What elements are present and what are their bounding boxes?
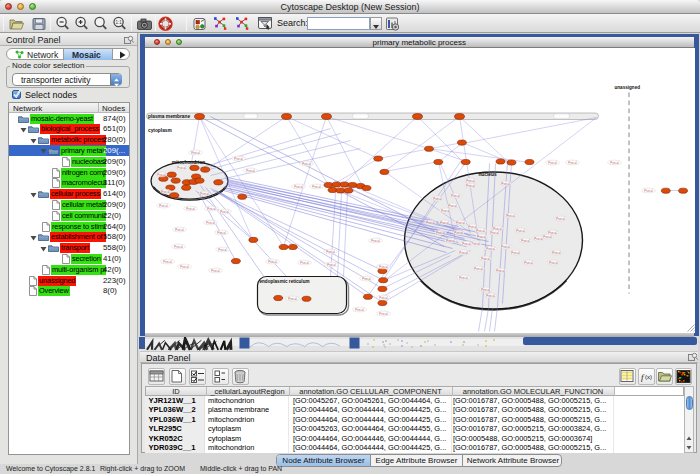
svg-text:Prot-al: Prot-al bbox=[379, 264, 388, 268]
svg-text:Prot-al: Prot-al bbox=[163, 259, 172, 263]
svg-text:Prot-al: Prot-al bbox=[446, 238, 455, 242]
svg-text:Prot-al: Prot-al bbox=[302, 161, 311, 165]
svg-text:Prot-al: Prot-al bbox=[191, 150, 200, 154]
svg-text:Prot-al: Prot-al bbox=[543, 234, 552, 238]
svg-text:Prot-al: Prot-al bbox=[459, 275, 468, 279]
svg-text:Prot-al: Prot-al bbox=[506, 213, 515, 217]
svg-text:Prot-al: Prot-al bbox=[462, 241, 471, 245]
svg-text:Prot-al: Prot-al bbox=[246, 168, 255, 172]
svg-text:plasma membrane: plasma membrane bbox=[148, 114, 190, 119]
svg-text:Prot-al: Prot-al bbox=[436, 230, 445, 234]
svg-text:Prot-al: Prot-al bbox=[174, 244, 183, 248]
svg-text:Prot-al: Prot-al bbox=[175, 227, 184, 231]
svg-text:unassigned: unassigned bbox=[614, 84, 640, 89]
svg-text:Prot-al: Prot-al bbox=[161, 189, 170, 193]
svg-text:Prot-al: Prot-al bbox=[206, 220, 215, 224]
svg-text:Prot-al: Prot-al bbox=[474, 266, 483, 270]
svg-text:Prot-al: Prot-al bbox=[433, 196, 442, 200]
svg-text:Prot-al: Prot-al bbox=[476, 228, 485, 232]
svg-text:Prot-al: Prot-al bbox=[481, 256, 490, 260]
svg-text:Prot-al: Prot-al bbox=[288, 296, 297, 300]
svg-text:Prot-al: Prot-al bbox=[362, 276, 371, 280]
svg-text:Prot-al: Prot-al bbox=[501, 181, 510, 185]
svg-text:Prot-al: Prot-al bbox=[486, 293, 495, 297]
svg-text:(x): (x) bbox=[645, 374, 652, 380]
svg-text:Prot-al: Prot-al bbox=[220, 209, 229, 213]
svg-text:Prot-al: Prot-al bbox=[186, 206, 195, 210]
svg-text:Prot-al: Prot-al bbox=[454, 230, 463, 234]
svg-text:Prot-al: Prot-al bbox=[521, 238, 530, 242]
svg-text:Prot-al: Prot-al bbox=[511, 250, 520, 254]
svg-text:Prot-al: Prot-al bbox=[440, 220, 449, 224]
svg-text:Prot-al: Prot-al bbox=[426, 220, 435, 224]
svg-text:Prot-al: Prot-al bbox=[644, 188, 653, 192]
svg-text:1:1: 1:1 bbox=[115, 20, 122, 25]
svg-text:Prot-al: Prot-al bbox=[490, 230, 499, 234]
svg-text:Prot-al: Prot-al bbox=[300, 260, 309, 264]
svg-text:cytoplasm: cytoplasm bbox=[148, 127, 172, 132]
svg-text:Prot-al: Prot-al bbox=[379, 311, 388, 315]
svg-text:Prot-al: Prot-al bbox=[496, 268, 505, 272]
svg-text:Prot-al: Prot-al bbox=[451, 193, 460, 197]
svg-text:Prot-al: Prot-al bbox=[234, 156, 243, 160]
svg-text:Prot-al: Prot-al bbox=[177, 165, 186, 169]
svg-text:Prot-al: Prot-al bbox=[441, 208, 450, 212]
svg-text:Prot-al: Prot-al bbox=[217, 230, 226, 234]
svg-text:Prot-al: Prot-al bbox=[180, 264, 189, 268]
svg-text:Prot-al: Prot-al bbox=[466, 183, 475, 187]
svg-text:Prot-al: Prot-al bbox=[556, 216, 565, 220]
svg-text:Prot-al: Prot-al bbox=[448, 203, 457, 207]
svg-text:Prot-al: Prot-al bbox=[211, 268, 220, 272]
svg-text:Prot-al: Prot-al bbox=[468, 224, 477, 228]
svg-text:endoplasmic reticulum: endoplasmic reticulum bbox=[259, 279, 309, 284]
svg-text:Prot-al: Prot-al bbox=[207, 206, 216, 210]
svg-text:Prot-al: Prot-al bbox=[501, 244, 510, 248]
svg-text:Prot-al: Prot-al bbox=[159, 203, 168, 207]
svg-text:Prot-al: Prot-al bbox=[466, 178, 475, 182]
svg-text:Prot-al: Prot-al bbox=[355, 307, 364, 311]
svg-text:Prot-al: Prot-al bbox=[218, 247, 227, 251]
svg-text:Prot-al: Prot-al bbox=[486, 246, 495, 250]
svg-text:Prot-al: Prot-al bbox=[327, 262, 336, 266]
svg-text:Prot-al: Prot-al bbox=[312, 184, 321, 188]
svg-text:Prot-al: Prot-al bbox=[268, 259, 277, 263]
svg-text:Prot-al: Prot-al bbox=[294, 184, 303, 188]
svg-text:Prot-al: Prot-al bbox=[549, 260, 558, 264]
svg-text:Prot-al: Prot-al bbox=[477, 234, 486, 238]
svg-text:Prot-al: Prot-al bbox=[548, 160, 557, 164]
svg-text:Prot-al: Prot-al bbox=[326, 249, 335, 253]
svg-text:Prot-al: Prot-al bbox=[456, 220, 465, 224]
svg-text:Prot-al: Prot-al bbox=[610, 160, 619, 164]
svg-text:mitochondrion: mitochondrion bbox=[171, 160, 205, 165]
svg-text:Prot-al: Prot-al bbox=[459, 250, 468, 254]
svg-text:Prot-al: Prot-al bbox=[371, 238, 380, 242]
svg-text:Prot-al: Prot-al bbox=[157, 172, 166, 176]
svg-text:Prot-al: Prot-al bbox=[379, 295, 388, 299]
svg-text:Prot-al: Prot-al bbox=[481, 287, 490, 291]
svg-text:nucleus: nucleus bbox=[478, 171, 496, 176]
svg-text:Prot-al: Prot-al bbox=[516, 228, 525, 232]
svg-text:Prot-al: Prot-al bbox=[200, 191, 209, 195]
svg-text:Prot-al: Prot-al bbox=[568, 160, 577, 164]
svg-text:Prot-al: Prot-al bbox=[552, 250, 561, 254]
svg-text:Prot-al: Prot-al bbox=[524, 260, 533, 264]
